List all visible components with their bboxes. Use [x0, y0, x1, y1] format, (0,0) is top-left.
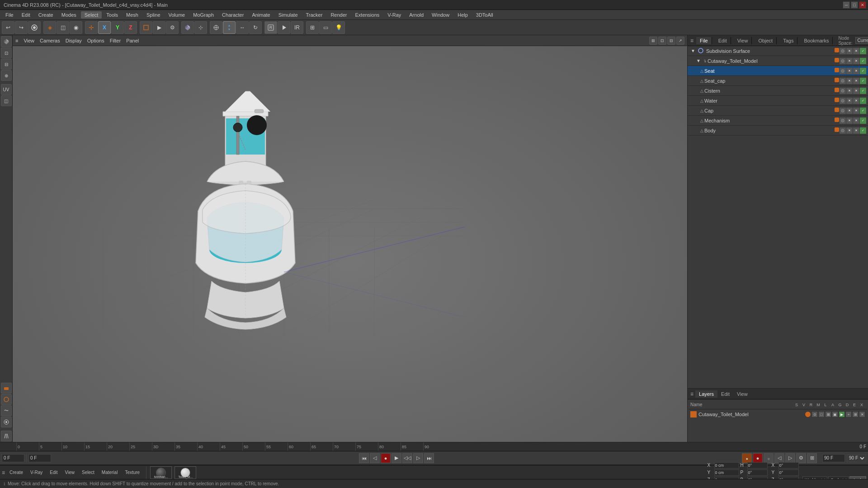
tree-body-c1[interactable]: ✕ — [846, 127, 853, 134]
menu-animate[interactable]: Animate — [248, 11, 274, 19]
tab-bookmarks[interactable]: Bookmarks — [800, 37, 833, 44]
tree-sc-c1[interactable]: ✕ — [846, 78, 853, 84]
menu-render[interactable]: Render — [327, 11, 350, 19]
mat-menu-edit[interactable]: Edit — [47, 469, 60, 476]
tree-color-mech[interactable] — [835, 117, 839, 122]
layer-dot-8[interactable]: ⊞ — [852, 411, 859, 418]
light-btn[interactable]: 💡 — [332, 21, 345, 34]
coord-y-pos-input[interactable] — [714, 469, 739, 476]
menu-character[interactable]: Character — [218, 11, 247, 19]
layer-dot-3[interactable]: □ — [818, 411, 825, 418]
material-item-1[interactable]: Mechan... — [150, 466, 172, 479]
menu-create[interactable]: Create — [35, 11, 57, 19]
tree-vis-seatcap[interactable] — [840, 78, 846, 84]
record-btn[interactable]: ● — [381, 453, 391, 463]
menu-select[interactable]: Select — [81, 11, 102, 19]
maximize-button[interactable]: □ — [851, 1, 858, 9]
material-item-2[interactable]: Toilet_M... — [175, 466, 196, 479]
tree-vis-water[interactable] — [840, 98, 846, 104]
mat-menu-vray[interactable]: V-Ray — [28, 469, 45, 476]
model-mode-button[interactable]: ◈ — [43, 21, 56, 34]
mat-menu-icon[interactable]: ≡ — [2, 469, 5, 476]
tree-vis-btn[interactable] — [840, 48, 846, 54]
undo-button[interactable]: ↩ — [2, 21, 14, 34]
go-end-btn[interactable]: ⏭ — [424, 453, 434, 463]
tab-edit-rm[interactable]: Edit — [715, 37, 731, 44]
vp-menu-icon[interactable]: ≡ — [15, 38, 18, 43]
menu-tracker[interactable]: Tracker — [302, 11, 326, 19]
tree-mech-c2[interactable]: ✕ — [853, 117, 859, 124]
tree-mech-c1[interactable]: ✕ — [846, 117, 853, 124]
render-settings[interactable]: ⚙ — [166, 21, 179, 34]
coord-x-rot-input[interactable] — [778, 462, 799, 469]
coord-y-rot-input[interactable] — [778, 469, 799, 476]
menu-extensions[interactable]: Extensions — [351, 11, 383, 19]
coord-p-input[interactable] — [747, 469, 768, 476]
menu-tools[interactable]: Tools — [103, 11, 122, 19]
tree-sc-c2[interactable]: ✕ — [853, 78, 859, 84]
mat-menu-texture[interactable]: Texture — [122, 469, 142, 476]
tree-body-c2[interactable]: ✕ — [853, 127, 859, 134]
texture-mode-btn2[interactable]: ◫ — [1, 95, 12, 106]
animation-button[interactable]: ▶ — [153, 21, 165, 34]
layer-dot-2[interactable]: ⊙ — [811, 411, 818, 418]
perspective-btn[interactable] — [181, 21, 194, 34]
tree-color-dot[interactable] — [835, 48, 839, 52]
tree-cis-c1[interactable]: ✕ — [846, 88, 853, 94]
prev-frame-btn[interactable]: ◁ — [370, 453, 380, 463]
tab-object[interactable]: Object — [755, 37, 777, 44]
menu-vray[interactable]: V-Ray — [384, 11, 405, 19]
vp-menu-view[interactable]: View — [24, 38, 34, 43]
tree-check-2[interactable]: ✕ — [853, 48, 859, 54]
menu-file[interactable]: File — [2, 11, 17, 19]
edge-mode-btn[interactable]: ⊟ — [1, 59, 12, 70]
tree-color-cap[interactable] — [835, 108, 839, 112]
rotate-btn[interactable]: ↻ — [249, 21, 262, 34]
next-frame-btn[interactable]: ▷ — [413, 453, 423, 463]
deform-btn[interactable] — [1, 383, 12, 394]
redo-button[interactable]: ↪ — [15, 21, 28, 34]
tree-cap-c2[interactable]: ✕ — [853, 108, 859, 114]
tree-item-seatcap[interactable]: △ Seat_cap ✕ ✕ ✓ — [688, 76, 868, 86]
menu-mesh[interactable]: Mesh — [123, 11, 142, 19]
tab-layers-edit[interactable]: Edit — [717, 390, 733, 398]
tree-color-2[interactable] — [835, 58, 839, 62]
scale-btn[interactable]: ↔ — [236, 21, 249, 34]
camera-nav[interactable]: ⊹ — [194, 21, 207, 34]
tree-cis-c3[interactable]: ✓ — [860, 88, 866, 94]
menu-modes[interactable]: Modes — [58, 11, 80, 19]
play-btn[interactable]: ▶ — [392, 453, 401, 463]
tree-vis-mech[interactable] — [840, 117, 846, 124]
tree-vis-seat[interactable] — [840, 68, 846, 74]
layer-dot-4[interactable]: ⊠ — [825, 411, 831, 418]
go-start-btn[interactable]: ⏮ — [359, 453, 369, 463]
tree-color-body[interactable] — [835, 127, 839, 132]
layer-dot-1[interactable] — [805, 411, 811, 418]
object-button[interactable] — [140, 21, 152, 34]
menu-window[interactable]: Window — [428, 11, 453, 19]
vp-menu-cameras[interactable]: Cameras — [40, 38, 60, 43]
vp-menu-display[interactable]: Display — [66, 38, 82, 43]
menu-arnold[interactable]: Arnold — [406, 11, 427, 19]
window-controls[interactable]: ─ □ ✕ — [843, 1, 868, 9]
scale-tool[interactable]: X — [98, 21, 111, 34]
mat-menu-select[interactable]: Select — [79, 469, 97, 476]
tab-view-rm[interactable]: View — [734, 37, 752, 44]
tree-vis-cap[interactable] — [840, 108, 846, 114]
tree-body-c3[interactable]: ✓ — [860, 127, 866, 134]
tree-color-seat[interactable] — [835, 68, 839, 72]
tree-cis-c2[interactable]: ✕ — [853, 88, 859, 94]
mat-menu-create[interactable]: Create — [7, 469, 26, 476]
menu-edit[interactable]: Edit — [18, 11, 34, 19]
texture-mode-button[interactable]: ◫ — [57, 21, 69, 34]
grid-btn[interactable]: ⊞ — [306, 21, 319, 34]
tree-w-c3[interactable]: ✓ — [860, 98, 866, 104]
tree-check-3[interactable]: ✓ — [860, 48, 866, 54]
vp-btn-2[interactable]: ⊡ — [658, 37, 666, 45]
menu-volume[interactable]: Volume — [165, 11, 189, 19]
tree-color-cistern[interactable] — [835, 88, 839, 92]
live-select-button[interactable] — [28, 21, 41, 34]
tree-vis-body[interactable] — [840, 127, 846, 134]
move-btn-active[interactable] — [223, 21, 236, 34]
tab-tags[interactable]: Tags — [779, 37, 797, 44]
